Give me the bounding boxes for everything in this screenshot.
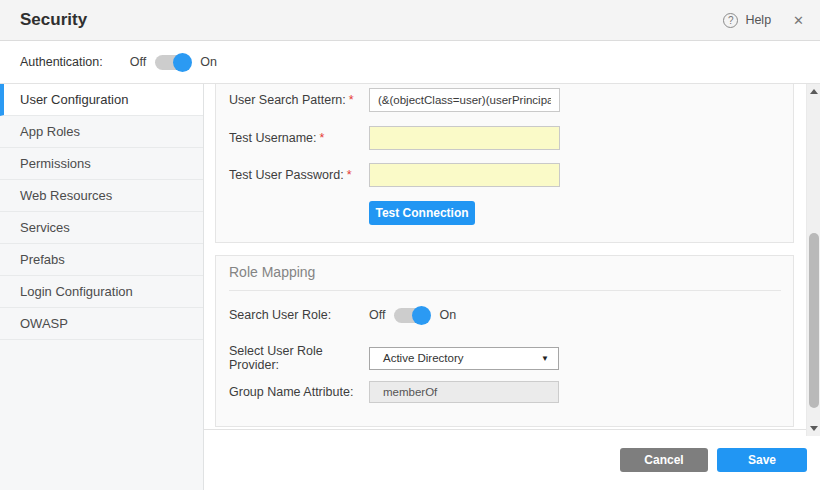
test-user-password-input[interactable] [369, 163, 560, 187]
search-user-role-off-label: Off [369, 308, 385, 322]
sidebar-item-services[interactable]: Services [0, 212, 203, 244]
cancel-button[interactable]: Cancel [620, 448, 708, 472]
sidebar-item-login-configuration[interactable]: Login Configuration [0, 276, 203, 308]
scroll-down-button[interactable] [807, 422, 820, 435]
page-title: Security [20, 0, 87, 40]
chevron-down-icon: ▼ [541, 354, 549, 363]
toggle-knob-icon [412, 306, 431, 325]
down-arrow-icon [810, 426, 818, 431]
authentication-toggle[interactable] [155, 55, 191, 70]
label-text: User Search Pattern: [229, 93, 346, 107]
group-name-attribute-label: Group Name Attribute: [229, 385, 369, 399]
required-asterisk: * [349, 93, 354, 107]
help-link[interactable]: Help [745, 13, 771, 27]
user-role-provider-row: Select User Role Provider: Active Direct… [229, 344, 781, 372]
scrollbar-thumb[interactable] [809, 233, 819, 408]
sidebar-item-app-roles[interactable]: App Roles [0, 116, 203, 148]
section-divider [229, 290, 781, 291]
search-user-role-toggle-group: Off On [369, 308, 456, 323]
authentication-toolbar: Authentication: Off On [0, 41, 820, 84]
settings-sidebar: User Configuration App Roles Permissions… [0, 84, 204, 490]
up-arrow-icon [810, 89, 818, 94]
authentication-on-label: On [200, 55, 217, 69]
test-connection-row: Test Connection [229, 201, 781, 225]
test-user-password-label: Test User Password:* [229, 168, 369, 182]
footer-divider [204, 429, 806, 430]
sidebar-item-owasp[interactable]: OWASP [0, 308, 203, 340]
test-username-input[interactable] [369, 126, 560, 150]
group-name-attribute-input: memberOf [369, 381, 559, 403]
sidebar-item-permissions[interactable]: Permissions [0, 148, 203, 180]
search-user-role-label: Search User Role: [229, 308, 369, 322]
test-user-password-row: Test User Password:* [229, 163, 781, 187]
user-search-pattern-label: User Search Pattern:* [229, 93, 369, 107]
search-user-role-row: Search User Role: Off On [229, 302, 781, 328]
role-mapping-title: Role Mapping [229, 264, 315, 280]
test-connection-button[interactable]: Test Connection [369, 201, 475, 225]
sidebar-item-user-configuration[interactable]: User Configuration [0, 84, 203, 116]
user-configuration-panel: User Search Pattern:* Test Username:* Te… [215, 84, 794, 243]
search-user-role-on-label: On [439, 308, 456, 322]
required-asterisk: * [347, 168, 352, 182]
content-scroll-viewport: User Search Pattern:* Test Username:* Te… [204, 84, 806, 429]
header-actions: ? Help ✕ [723, 0, 804, 40]
required-asterisk: * [320, 131, 325, 145]
role-mapping-panel: Role Mapping Search User Role: Off On Se… [215, 255, 794, 427]
sidebar-item-web-resources[interactable]: Web Resources [0, 180, 203, 212]
dialog-header: Security ? Help ✕ [0, 0, 820, 41]
help-icon[interactable]: ? [723, 13, 738, 28]
vertical-scrollbar[interactable] [806, 84, 820, 436]
toggle-knob-icon [173, 53, 192, 72]
group-name-attribute-row: Group Name Attribute: memberOf [229, 381, 781, 403]
scroll-up-button[interactable] [807, 85, 820, 98]
search-user-role-toggle[interactable] [394, 308, 430, 323]
user-role-provider-label: Select User Role Provider: [229, 344, 369, 372]
user-search-pattern-input[interactable] [369, 88, 560, 112]
user-role-provider-select[interactable]: Active Directory ▼ [369, 347, 559, 370]
close-icon[interactable]: ✕ [793, 13, 804, 28]
save-button[interactable]: Save [717, 448, 807, 472]
authentication-label: Authentication: [20, 55, 103, 69]
label-text: Test User Password: [229, 168, 344, 182]
selected-option-label: Active Directory [383, 352, 464, 364]
test-username-row: Test Username:* [229, 126, 781, 150]
user-search-pattern-row: User Search Pattern:* [229, 88, 781, 112]
authentication-toggle-group: Off On [130, 55, 217, 70]
sidebar-item-prefabs[interactable]: Prefabs [0, 244, 203, 276]
authentication-off-label: Off [130, 55, 146, 69]
test-username-label: Test Username:* [229, 131, 369, 145]
label-text: Test Username: [229, 131, 317, 145]
